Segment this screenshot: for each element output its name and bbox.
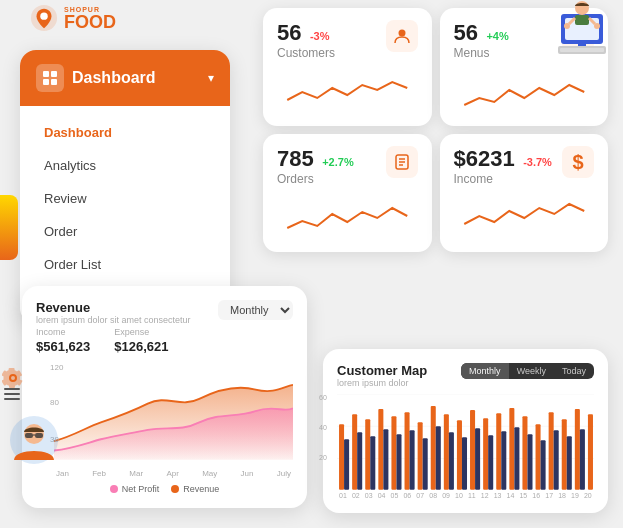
svg-rect-45 (549, 412, 554, 490)
menus-change: +4% (486, 30, 508, 42)
y-40: 40 (319, 424, 327, 431)
orders-value: 785 (277, 146, 314, 171)
sidebar-item-analytics[interactable]: Analytics (20, 149, 230, 182)
svg-rect-15 (352, 414, 357, 490)
svg-point-60 (564, 23, 570, 29)
svg-rect-4 (43, 79, 49, 85)
svg-rect-51 (588, 414, 593, 490)
svg-rect-22 (396, 435, 401, 490)
svg-rect-2 (43, 71, 49, 77)
svg-rect-66 (4, 398, 20, 400)
period-selector[interactable]: Monthly Weekly Daily (218, 300, 293, 320)
svg-rect-25 (418, 422, 423, 490)
svg-rect-57 (575, 15, 589, 25)
customers-icon (386, 20, 418, 52)
person-top-right (543, 0, 621, 74)
svg-rect-26 (423, 439, 428, 490)
income-value: $6231 (454, 146, 515, 171)
svg-rect-65 (4, 393, 20, 395)
gear-settings-icon[interactable] (2, 367, 24, 393)
svg-rect-70 (35, 433, 43, 438)
sidebar-title: Dashboard (72, 69, 156, 87)
svg-point-61 (594, 23, 600, 29)
map-x-labels: 0102030405060708091011121314151617181920 (337, 492, 594, 499)
svg-rect-50 (580, 430, 585, 490)
svg-rect-39 (509, 408, 514, 490)
sidebar-item-review[interactable]: Review (20, 182, 230, 215)
svg-rect-18 (370, 437, 375, 490)
svg-rect-32 (462, 438, 467, 490)
customers-label: Customers (277, 46, 335, 60)
svg-rect-16 (357, 433, 362, 490)
svg-rect-13 (339, 424, 344, 490)
menus-value: 56 (454, 20, 478, 45)
svg-rect-27 (431, 406, 436, 490)
income-icon: $ (562, 146, 594, 178)
tab-monthly[interactable]: Monthly (461, 363, 509, 379)
customer-map-chart (337, 394, 594, 490)
svg-rect-33 (470, 410, 475, 490)
orders-mini-chart (277, 196, 418, 236)
svg-rect-19 (378, 409, 383, 490)
sidebar-item-order[interactable]: Order (20, 215, 230, 248)
chevron-down-icon: ▾ (208, 71, 214, 85)
svg-rect-30 (449, 433, 454, 490)
stat-card-income: $6231 -3.7% Income $ (440, 134, 609, 252)
revenue-card: Revenue lorem ipsum dolor sit amet conse… (22, 286, 307, 508)
svg-rect-23 (405, 412, 410, 490)
customers-value: 56 (277, 20, 301, 45)
svg-rect-3 (51, 71, 57, 77)
income-amount: $561,623 (36, 339, 90, 354)
dashboard-icon (36, 64, 64, 92)
expense-label-text: Expense (114, 327, 168, 337)
orders-icon (386, 146, 418, 178)
svg-rect-21 (391, 416, 396, 490)
svg-rect-47 (562, 419, 567, 490)
map-title: Customer Map (337, 363, 427, 378)
sidebar-header: Dashboard ▾ (20, 50, 230, 106)
revenue-area-chart (54, 363, 293, 463)
orders-change: +2.7% (322, 156, 354, 168)
svg-rect-35 (483, 418, 488, 490)
svg-rect-37 (496, 413, 501, 490)
svg-rect-17 (365, 419, 370, 490)
map-tabs: Monthly Weekly Today (461, 363, 594, 379)
income-label-text: Income (36, 327, 90, 337)
income-label: Income (454, 172, 552, 186)
svg-rect-48 (567, 437, 572, 490)
income-mini-chart (454, 196, 595, 236)
legend-net-profit: Net Profit (122, 484, 160, 494)
income-change: -3.7% (523, 156, 552, 168)
sidebar-card: Dashboard ▾ Dashboard Analytics Review O… (20, 50, 230, 324)
map-header: Customer Map lorem ipsum dolor Monthly W… (337, 363, 594, 388)
y-20: 20 (319, 454, 327, 461)
tab-weekly[interactable]: Weekly (509, 363, 554, 379)
svg-rect-49 (575, 409, 580, 490)
avatar-bottom-left (8, 414, 60, 466)
sidebar-item-order-list[interactable]: Order List (20, 248, 230, 281)
svg-rect-41 (522, 416, 527, 490)
y-60: 60 (319, 394, 327, 401)
logo: SHOPUR FOOD (20, 0, 126, 38)
logo-icon (30, 4, 58, 32)
svg-rect-40 (514, 428, 519, 490)
svg-rect-28 (436, 427, 441, 490)
svg-rect-63 (560, 48, 604, 52)
svg-rect-24 (410, 431, 415, 490)
svg-rect-43 (536, 424, 541, 490)
svg-rect-29 (444, 414, 449, 490)
revenue-amounts: Income $561,623 Expense $126,621 (36, 327, 293, 355)
svg-rect-38 (501, 432, 506, 490)
tab-today[interactable]: Today (554, 363, 594, 379)
svg-rect-36 (488, 436, 493, 490)
svg-point-1 (40, 12, 47, 19)
svg-rect-20 (383, 430, 388, 490)
menus-mini-chart (454, 70, 595, 110)
revenue-subtitle: lorem ipsum dolor sit amet consectetur (36, 315, 191, 325)
customers-change: -3% (310, 30, 330, 42)
revenue-x-labels: JanFebMarAprMayJunJuly (54, 469, 293, 478)
svg-rect-44 (541, 441, 546, 490)
svg-rect-69 (25, 433, 33, 438)
sidebar-item-dashboard[interactable]: Dashboard (20, 116, 230, 149)
svg-rect-5 (51, 79, 57, 85)
